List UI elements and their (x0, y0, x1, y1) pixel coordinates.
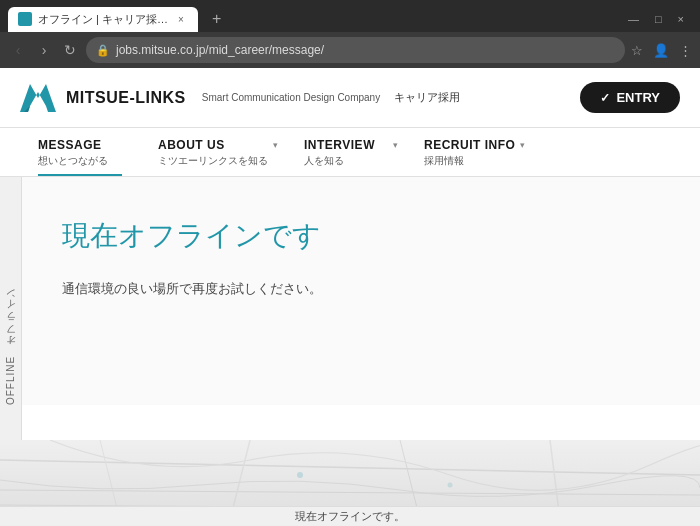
offline-title: 現在オフラインです (62, 217, 660, 255)
nav-label-interview: INTERVIEW (304, 138, 388, 152)
new-tab-button[interactable]: + (204, 10, 229, 28)
nav-arrow-about: ▾ (273, 140, 278, 150)
title-bar: オフライン | キャリア採用情報 | ミツエ… × + — □ × (0, 0, 700, 32)
bookmark-icon[interactable]: ☆ (631, 43, 643, 58)
nav-item-recruit[interactable]: RECRUIT INFO 採用情報 ▾ (406, 128, 533, 176)
logo-tagline: Smart Communication Design Company (202, 92, 380, 103)
svg-line-2 (0, 460, 700, 475)
nav-item-about[interactable]: ABOUT US ミツエーリンクスを知る ▾ (140, 128, 286, 176)
minimize-button[interactable]: — (628, 13, 639, 25)
nav-label-message: MESSAGE (38, 138, 122, 152)
back-button[interactable]: ‹ (8, 40, 28, 60)
logo-career: キャリア採用 (394, 90, 460, 105)
offline-sidebar-text: OFFLINE オフライン (4, 292, 18, 405)
site-wrapper: MITSUE-LINKS Smart Communication Design … (0, 68, 700, 526)
svg-point-10 (448, 483, 453, 488)
status-bar: 現在オフラインです。 (0, 506, 700, 526)
address-box[interactable]: 🔒 jobs.mitsue.co.jp/mid_career/message/ (86, 37, 625, 63)
entry-button[interactable]: ✓ ENTRY (580, 82, 680, 113)
nav-sub-recruit: 採用情報 (424, 154, 515, 168)
address-right-controls: ☆ 👤 ⋮ (631, 43, 692, 58)
browser-tab[interactable]: オフライン | キャリア採用情報 | ミツエ… × (8, 7, 198, 32)
logo-area: MITSUE-LINKS Smart Communication Design … (20, 84, 460, 112)
nav-sub-interview: 人を知る (304, 154, 388, 168)
nav-item-message[interactable]: MESSAGE 想いとつながる (20, 128, 140, 176)
profile-icon[interactable]: 👤 (653, 43, 669, 58)
svg-marker-0 (20, 84, 56, 112)
address-bar-row: ‹ › ↻ 🔒 jobs.mitsue.co.jp/mid_career/mes… (0, 32, 700, 68)
nav-sub-about: ミツエーリンクスを知る (158, 154, 268, 168)
content-area: OFFLINE オフライン 現在オフラインです 通信環境の良い場所で再度お試しく… (0, 177, 700, 520)
security-icon: 🔒 (96, 44, 110, 57)
url-text: jobs.mitsue.co.jp/mid_career/message/ (116, 43, 324, 57)
forward-button[interactable]: › (34, 40, 54, 60)
logo-text: MITSUE-LINKS (66, 89, 186, 107)
browser-chrome: オフライン | キャリア採用情報 | ミツエ… × + — □ × ‹ › ↻ … (0, 0, 700, 68)
close-window-button[interactable]: × (678, 13, 684, 25)
status-text: 現在オフラインです。 (295, 509, 405, 524)
tab-close-button[interactable]: × (174, 12, 188, 26)
svg-point-9 (297, 472, 303, 478)
nav-item-interview[interactable]: INTERVIEW 人を知る ▾ (286, 128, 406, 176)
tab-favicon (18, 12, 32, 26)
main-content: 現在オフラインです 通信環境の良い場所で再度お試しください。 (22, 177, 700, 405)
entry-check-icon: ✓ (600, 91, 610, 105)
entry-label: ENTRY (616, 90, 660, 105)
logo-icon (20, 84, 56, 112)
nav-label-about: ABOUT US (158, 138, 268, 152)
menu-icon[interactable]: ⋮ (679, 43, 692, 58)
site-header: MITSUE-LINKS Smart Communication Design … (0, 68, 700, 128)
tab-title: オフライン | キャリア採用情報 | ミツエ… (38, 12, 168, 27)
nav-sub-message: 想いとつながる (38, 154, 122, 168)
site-nav: MESSAGE 想いとつながる ABOUT US ミツエーリンクスを知る ▾ I… (0, 128, 700, 177)
nav-arrow-recruit: ▾ (520, 140, 525, 150)
window-controls: — □ × (628, 13, 692, 25)
nav-arrow-interview: ▾ (393, 140, 398, 150)
svg-line-3 (0, 490, 700, 495)
reload-button[interactable]: ↻ (60, 40, 80, 60)
nav-label-recruit: RECRUIT INFO (424, 138, 515, 152)
maximize-button[interactable]: □ (655, 13, 662, 25)
offline-description: 通信環境の良い場所で再度お試しください。 (62, 279, 660, 300)
